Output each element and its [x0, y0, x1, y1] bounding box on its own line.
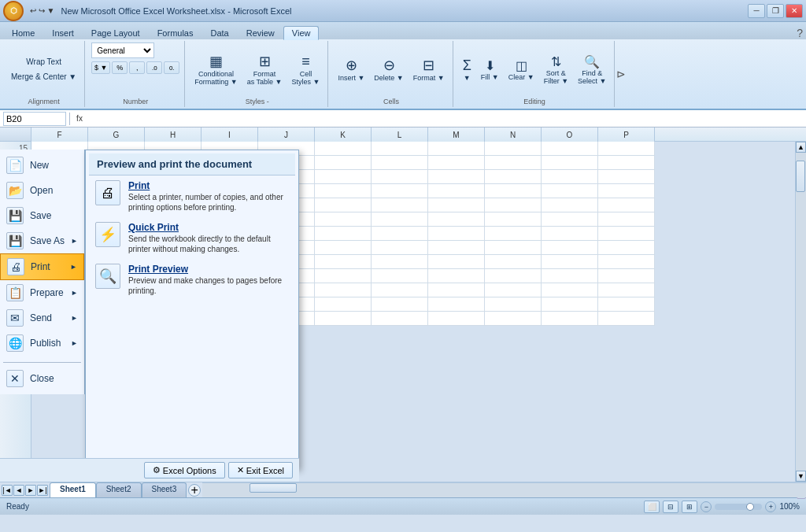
cell-k20[interactable] [315, 212, 372, 227]
cell-k15[interactable] [315, 142, 372, 156]
formula-input[interactable] [89, 112, 803, 126]
menu-item-print-preview[interactable]: 🔍 Print Preview Preview and make changes… [89, 259, 295, 301]
tab-data[interactable]: Data [202, 26, 237, 39]
decimal-increase-button[interactable]: .0 [146, 61, 162, 74]
cell-k19[interactable] [315, 198, 372, 212]
percent-button[interactable]: % [112, 61, 128, 74]
cell-n23[interactable] [485, 255, 542, 269]
cell-m17[interactable] [428, 170, 485, 184]
sheet-nav-prev[interactable]: ◄ [13, 485, 24, 496]
cell-n20[interactable] [485, 212, 542, 227]
tab-insert[interactable]: Insert [43, 26, 83, 39]
cell-p20[interactable] [598, 212, 655, 227]
page-layout-view-button[interactable]: ⊟ [663, 501, 678, 513]
cell-n27[interactable] [485, 312, 542, 326]
comma-button[interactable]: , [129, 61, 145, 74]
sheet-tab-sheet1[interactable]: Sheet1 [50, 482, 96, 497]
conditional-formatting-button[interactable]: ▦ ConditionalFormatting ▼ [191, 50, 240, 88]
find-select-button[interactable]: 🔍 Find &Select ▼ [575, 52, 609, 87]
cell-o27[interactable] [542, 312, 598, 326]
cell-k18[interactable] [315, 184, 372, 198]
merge-center-button[interactable]: Merge & Center ▼ [8, 70, 79, 83]
cell-p27[interactable] [598, 312, 655, 326]
cell-p22[interactable] [598, 241, 655, 255]
left-menu-item-prepare[interactable]: 📋 Prepare ► [0, 280, 84, 305]
minimize-button[interactable]: ─ [748, 4, 765, 18]
exit-excel-button[interactable]: ✕ Exit Excel [228, 462, 293, 478]
cell-o16[interactable] [542, 156, 598, 170]
cell-p23[interactable] [598, 255, 655, 269]
cell-k24[interactable] [315, 269, 372, 283]
sheet-nav-first[interactable]: |◄ [2, 485, 13, 496]
office-orb[interactable]: ⬡ [3, 1, 24, 21]
vertical-scrollbar[interactable]: ▲ ▼ [795, 142, 806, 482]
cell-l24[interactable] [372, 269, 428, 283]
cell-m16[interactable] [428, 156, 485, 170]
cell-l25[interactable] [372, 283, 428, 297]
cell-l23[interactable] [372, 255, 428, 269]
cell-n19[interactable] [485, 198, 542, 212]
left-menu-item-print[interactable]: 🖨 Print ► [0, 253, 84, 280]
page-break-view-button[interactable]: ⊞ [682, 501, 697, 513]
help-icon[interactable]: ? [797, 27, 803, 39]
decimal-decrease-button[interactable]: 0. [164, 61, 179, 74]
format-button[interactable]: ⊟ Format ▼ [410, 54, 448, 84]
cell-n22[interactable] [485, 241, 542, 255]
currency-button[interactable]: $ ▼ [91, 61, 110, 74]
sheet-tab-sheet2[interactable]: Sheet2 [96, 482, 142, 497]
zoom-out-button[interactable]: − [701, 501, 712, 512]
cell-m20[interactable] [428, 212, 485, 227]
cell-o25[interactable] [542, 283, 598, 297]
cell-o26[interactable] [542, 297, 598, 312]
insert-sheet-button[interactable]: + [188, 484, 201, 497]
cell-o15[interactable] [542, 142, 598, 156]
close-button[interactable]: ✕ [786, 4, 803, 18]
cell-k17[interactable] [315, 170, 372, 184]
cell-p25[interactable] [598, 283, 655, 297]
cell-m23[interactable] [428, 255, 485, 269]
cell-n17[interactable] [485, 170, 542, 184]
left-menu-item-open[interactable]: 📂 Open [0, 178, 84, 203]
delete-button[interactable]: ⊖ Delete ▼ [371, 54, 406, 84]
cell-k26[interactable] [315, 297, 372, 312]
left-menu-item-new[interactable]: 📄 New [0, 153, 84, 178]
cell-l15[interactable] [372, 142, 428, 156]
excel-options-button[interactable]: ⚙ Excel Options [144, 462, 225, 478]
cell-k16[interactable] [315, 156, 372, 170]
cell-m21[interactable] [428, 227, 485, 241]
print-menu-title[interactable]: Print [128, 180, 289, 191]
cell-k27[interactable] [315, 312, 372, 326]
cell-o23[interactable] [542, 255, 598, 269]
cell-o24[interactable] [542, 269, 598, 283]
fill-button[interactable]: ⬇ Fill ▼ [478, 56, 502, 83]
cell-n18[interactable] [485, 184, 542, 198]
tab-page-layout[interactable]: Page Layout [83, 26, 149, 39]
cell-m24[interactable] [428, 269, 485, 283]
cell-n25[interactable] [485, 283, 542, 297]
cell-k21[interactable] [315, 227, 372, 241]
cell-k25[interactable] [315, 283, 372, 297]
cell-l18[interactable] [372, 184, 428, 198]
format-as-table-button[interactable]: ⊞ Formatas Table ▼ [244, 50, 286, 88]
cell-o20[interactable] [542, 212, 598, 227]
cell-k22[interactable] [315, 241, 372, 255]
cell-m18[interactable] [428, 184, 485, 198]
clear-button[interactable]: ◫ Clear ▼ [505, 56, 538, 83]
cell-o21[interactable] [542, 227, 598, 241]
scroll-up-button[interactable]: ▲ [796, 142, 806, 153]
left-menu-item-send[interactable]: ✉ Send ► [0, 305, 84, 331]
cell-p19[interactable] [598, 198, 655, 212]
cell-o18[interactable] [542, 184, 598, 198]
cell-l17[interactable] [372, 170, 428, 184]
tab-review[interactable]: Review [238, 26, 283, 39]
print-preview-title[interactable]: Print Preview [128, 264, 289, 275]
insert-button[interactable]: ⊕ Insert ▼ [335, 54, 368, 84]
cell-m25[interactable] [428, 283, 485, 297]
cell-l19[interactable] [372, 198, 428, 212]
tab-home[interactable]: Home [3, 26, 43, 39]
menu-item-quick-print[interactable]: ⚡ Quick Print Send the workbook directly… [89, 217, 295, 259]
cell-k23[interactable] [315, 255, 372, 269]
cell-m27[interactable] [428, 312, 485, 326]
number-format-select[interactable]: General Number Currency Date [91, 42, 154, 58]
sheet-tab-sheet3[interactable]: Sheet3 [142, 482, 187, 497]
